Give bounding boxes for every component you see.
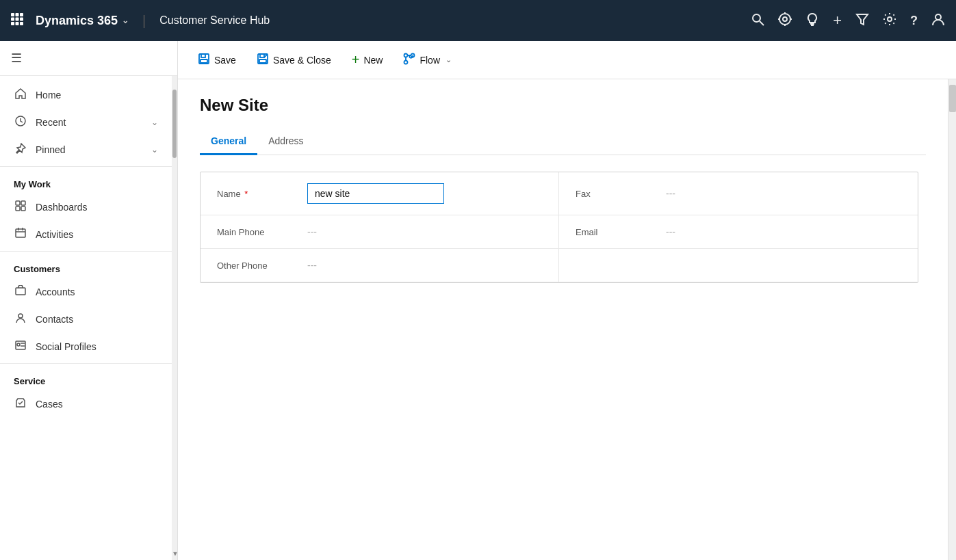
new-button[interactable]: + New [343, 46, 392, 73]
section-header-my-work: My Work [0, 170, 172, 194]
svg-point-32 [18, 314, 23, 318]
svg-point-34 [17, 343, 20, 346]
dashboards-icon [14, 200, 27, 214]
sidebar-item-label-social-profiles: Social Profiles [36, 341, 96, 352]
form-cell-empty [559, 249, 918, 282]
sidebar-scrollbar[interactable]: ▼ [172, 76, 177, 560]
sidebar-scrollbar-thumb[interactable] [172, 90, 177, 158]
social-profiles-icon [14, 340, 27, 354]
app-name-chevron-icon[interactable]: ⌄ [122, 16, 129, 25]
form-grid: Name * Fax --- Main Phone --- [201, 172, 918, 282]
lightbulb-icon[interactable] [805, 12, 819, 29]
sidebar-item-label-contacts: Contacts [36, 314, 73, 325]
svg-point-9 [753, 14, 760, 22]
sidebar-divider-3 [0, 363, 172, 364]
flow-button[interactable]: Flow ⌄ [394, 47, 461, 73]
sidebar-item-contacts[interactable]: Contacts [0, 306, 172, 333]
waffle-icon[interactable] [11, 13, 23, 29]
form-section: Name * Fax --- Main Phone --- [200, 172, 918, 283]
top-nav-right: + ? [751, 12, 945, 29]
save-close-icon [257, 53, 269, 68]
save-close-button[interactable]: Save & Close [248, 47, 340, 73]
svg-rect-42 [259, 59, 266, 63]
svg-rect-8 [20, 22, 23, 25]
sidebar-item-label-accounts: Accounts [36, 286, 75, 297]
save-button[interactable]: Save [189, 47, 245, 73]
content-scrollbar[interactable] [948, 79, 956, 560]
label-email: Email [576, 227, 658, 237]
sidebar-item-activities[interactable]: Activities [0, 221, 172, 248]
svg-point-20 [888, 17, 892, 21]
flow-chevron-icon[interactable]: ⌄ [445, 55, 452, 64]
sidebar-item-label-cases: Cases [36, 399, 63, 410]
nav-separator: | [142, 13, 146, 29]
search-icon[interactable] [751, 12, 764, 29]
flow-label: Flow [419, 55, 440, 66]
pin-icon [14, 143, 27, 157]
sidebar-item-dashboards[interactable]: Dashboards [0, 194, 172, 221]
svg-point-11 [779, 14, 790, 25]
sidebar-item-home[interactable]: Home [0, 81, 172, 109]
svg-marker-19 [857, 14, 868, 25]
form-cell-main-phone: Main Phone --- [201, 215, 559, 249]
sidebar-item-social-profiles[interactable]: Social Profiles [0, 333, 172, 360]
form-cell-fax: Fax --- [559, 172, 918, 215]
target-icon[interactable] [778, 12, 792, 29]
filter-icon[interactable] [855, 12, 869, 29]
sidebar-item-label-recent: Recent [36, 117, 66, 128]
sidebar-item-label-home: Home [36, 90, 61, 101]
value-main-phone: --- [307, 226, 317, 237]
value-email: --- [666, 226, 675, 237]
content-scrollbar-thumb[interactable] [949, 85, 956, 112]
form-cell-email: Email --- [559, 215, 918, 249]
svg-rect-1 [16, 13, 19, 16]
content-scroll-area: New Site General Address [178, 79, 956, 560]
tab-address[interactable]: Address [257, 129, 314, 155]
tab-general[interactable]: General [200, 129, 257, 155]
sidebar-item-label-dashboards: Dashboards [36, 202, 88, 213]
required-star-name: * [244, 189, 248, 199]
section-header-service: Service [0, 366, 172, 390]
input-name[interactable] [307, 183, 444, 204]
app-name-text: Dynamics 365 [36, 14, 118, 28]
svg-point-46 [404, 60, 408, 64]
sidebar-scroll-down-arrow[interactable]: ▼ [172, 550, 177, 557]
label-main-phone: Main Phone [217, 227, 299, 237]
app-name[interactable]: Dynamics 365 ⌄ [36, 14, 129, 28]
accounts-icon [14, 285, 27, 299]
user-icon[interactable] [931, 12, 945, 29]
tabs: General Address [200, 129, 926, 155]
svg-rect-4 [16, 17, 19, 21]
hamburger-icon[interactable]: ☰ [11, 51, 22, 65]
sidebar-item-recent[interactable]: Recent ⌄ [0, 109, 172, 136]
page-title: New Site [200, 96, 926, 115]
svg-point-12 [783, 17, 787, 21]
svg-rect-7 [16, 22, 19, 25]
content-area: Save Save & Close + New [178, 41, 956, 560]
content-main: New Site General Address [178, 79, 948, 560]
value-other-phone: --- [307, 260, 317, 271]
settings-icon[interactable] [883, 12, 896, 29]
label-other-phone: Other Phone [217, 261, 299, 271]
sidebar-item-label-activities: Activities [36, 229, 73, 240]
main-layout: ☰ Home [0, 41, 956, 560]
svg-rect-3 [11, 17, 14, 21]
new-label: New [363, 55, 383, 66]
svg-rect-38 [201, 54, 205, 57]
top-nav-left: Dynamics 365 ⌄ | Customer Service Hub [11, 13, 751, 29]
form-cell-name: Name * [201, 172, 559, 215]
sidebar-item-accounts[interactable]: Accounts [0, 278, 172, 306]
help-icon[interactable]: ? [910, 14, 918, 28]
svg-rect-5 [20, 17, 23, 21]
label-fax: Fax [576, 189, 658, 199]
save-icon [198, 53, 210, 68]
add-icon[interactable]: + [833, 12, 842, 29]
activities-icon [14, 228, 27, 241]
sidebar-item-cases[interactable]: Cases [0, 390, 172, 418]
value-fax: --- [666, 188, 675, 199]
svg-point-21 [935, 14, 941, 20]
sidebar-item-pinned[interactable]: Pinned ⌄ [0, 136, 172, 163]
svg-rect-26 [21, 206, 25, 211]
hub-name: Customer Service Hub [159, 14, 270, 27]
svg-rect-39 [201, 59, 207, 63]
